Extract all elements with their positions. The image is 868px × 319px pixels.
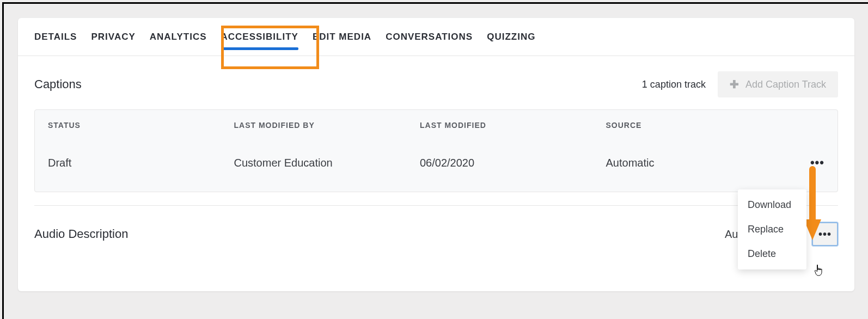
tab-analytics[interactable]: ANALYTICS xyxy=(150,29,207,45)
menu-replace[interactable]: Replace xyxy=(738,217,806,242)
tab-edit-media[interactable]: EDIT MEDIA xyxy=(313,29,371,45)
audio-more-menu: Download Replace Delete xyxy=(738,189,806,269)
captions-header: Captions 1 caption track ✚ Add Caption T… xyxy=(34,71,838,97)
col-modified: LAST MODIFIED xyxy=(420,121,606,130)
tab-quizzing[interactable]: QUIZZING xyxy=(487,29,535,45)
menu-delete[interactable]: Delete xyxy=(738,242,806,266)
add-caption-track-button[interactable]: ✚ Add Caption Track xyxy=(718,71,838,97)
caption-row-more-button[interactable]: ••• xyxy=(810,156,824,170)
tab-privacy[interactable]: PRIVACY xyxy=(91,29,135,45)
audio-description-title: Audio Description xyxy=(34,227,128,241)
cell-source: Automatic xyxy=(606,157,792,169)
cell-status: Draft xyxy=(48,157,234,169)
main-panel: DETAILS PRIVACY ANALYTICS ACCESSIBILITY … xyxy=(18,18,854,291)
col-source: SOURCE xyxy=(606,121,792,130)
audio-right: AudioDescriptio Download Replace Delete … xyxy=(725,222,838,246)
audio-description-section: Audio Description AudioDescriptio Downlo… xyxy=(18,206,854,246)
captions-table: STATUS LAST MODIFIED BY LAST MODIFIED SO… xyxy=(34,109,838,192)
ellipsis-icon: ••• xyxy=(810,156,824,169)
ellipsis-icon: ••• xyxy=(818,228,832,241)
col-modified-by: LAST MODIFIED BY xyxy=(234,121,420,130)
audio-more-button[interactable]: ••• xyxy=(812,222,838,246)
tab-bar: DETAILS PRIVACY ANALYTICS ACCESSIBILITY … xyxy=(18,18,854,56)
app-frame: DETAILS PRIVACY ANALYTICS ACCESSIBILITY … xyxy=(2,2,868,319)
captions-header-right: 1 caption track ✚ Add Caption Track xyxy=(642,71,838,97)
plus-icon: ✚ xyxy=(730,78,739,91)
menu-download[interactable]: Download xyxy=(738,193,806,217)
captions-section: Captions 1 caption track ✚ Add Caption T… xyxy=(18,56,854,206)
add-caption-label: Add Caption Track xyxy=(745,79,826,90)
captions-table-header: STATUS LAST MODIFIED BY LAST MODIFIED SO… xyxy=(35,110,838,140)
audio-more-wrap: Download Replace Delete ••• xyxy=(812,222,838,246)
table-row: Draft Customer Education 06/02/2020 Auto… xyxy=(35,140,838,192)
captions-title: Captions xyxy=(34,77,82,91)
tab-conversations[interactable]: CONVERSATIONS xyxy=(386,29,473,45)
cell-modified: 06/02/2020 xyxy=(420,157,606,169)
caption-track-count: 1 caption track xyxy=(642,79,706,90)
tab-details[interactable]: DETAILS xyxy=(34,29,77,45)
tab-accessibility[interactable]: ACCESSIBILITY xyxy=(221,29,298,45)
cell-modified-by: Customer Education xyxy=(234,157,420,169)
col-status: STATUS xyxy=(48,121,234,130)
